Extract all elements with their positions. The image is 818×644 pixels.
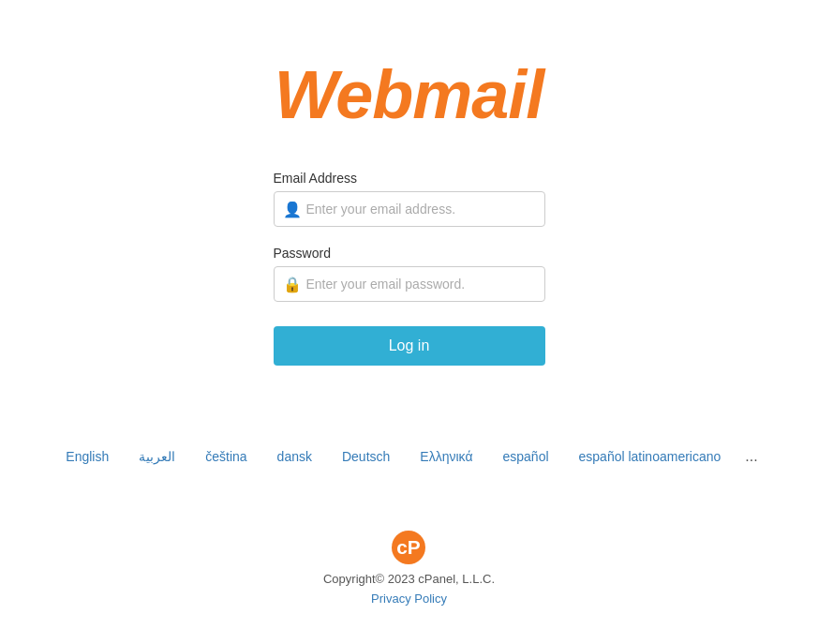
more-languages-button[interactable]: ... <box>736 441 766 472</box>
password-input[interactable] <box>274 266 545 302</box>
svg-text:cP: cP <box>397 536 422 558</box>
language-option[interactable]: Ελληνικά <box>405 442 487 472</box>
footer: cP Copyright© 2023 cPanel, L.L.C. Privac… <box>323 529 495 606</box>
login-form: Email Address 👤 Password 🔒 Log in <box>274 171 545 366</box>
language-option[interactable]: Deutsch <box>327 442 405 472</box>
copyright-text: Copyright© 2023 cPanel, L.L.C. <box>323 572 495 586</box>
password-input-wrapper: 🔒 <box>274 266 545 302</box>
logo-area: Webmail <box>275 56 544 133</box>
webmail-logo: Webmail <box>275 56 544 133</box>
privacy-policy-link[interactable]: Privacy Policy <box>371 592 447 606</box>
email-label: Email Address <box>274 171 545 186</box>
language-option[interactable]: العربية <box>124 442 190 472</box>
email-input[interactable] <box>274 191 545 227</box>
language-option[interactable]: čeština <box>190 442 261 472</box>
main-container: Webmail Email Address 👤 Password 🔒 Log i… <box>0 0 818 606</box>
email-input-wrapper: 👤 <box>274 191 545 227</box>
language-option[interactable]: English <box>51 442 124 472</box>
password-label: Password <box>274 246 545 261</box>
language-option[interactable]: español <box>488 442 564 472</box>
login-button[interactable]: Log in <box>274 326 545 366</box>
language-option[interactable]: español latinoamericano <box>564 442 736 472</box>
email-field-group: Email Address 👤 <box>274 171 545 227</box>
language-bar: EnglishالعربيةčeštinadanskDeutschΕλληνικ… <box>0 441 818 472</box>
language-option[interactable]: dansk <box>262 442 327 472</box>
password-field-group: Password 🔒 <box>274 246 545 302</box>
cpanel-logo: cP <box>390 529 427 566</box>
